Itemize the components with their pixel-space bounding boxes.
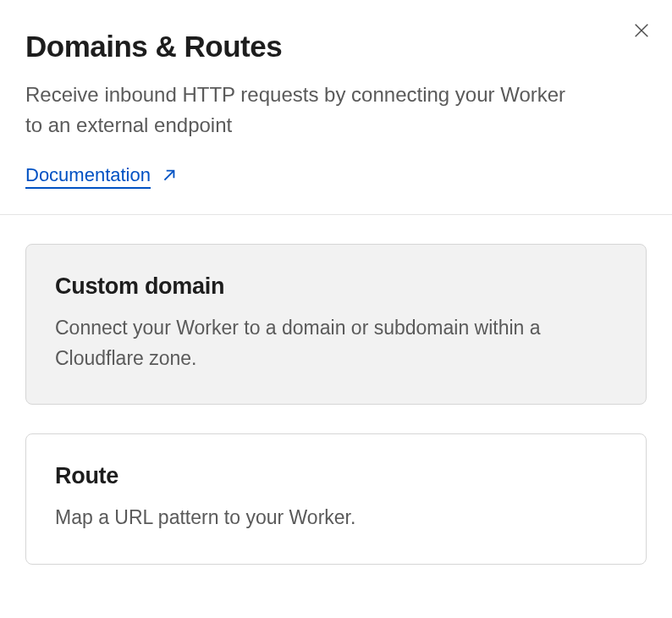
option-route[interactable]: Route Map a URL pattern to your Worker. <box>25 433 647 565</box>
documentation-link[interactable]: Documentation <box>25 164 178 189</box>
close-button[interactable] <box>630 19 653 42</box>
domains-routes-panel: Domains & Routes Receive inbound HTTP re… <box>0 0 672 590</box>
options-list: Custom domain Connect your Worker to a d… <box>0 215 672 590</box>
close-icon <box>632 21 651 40</box>
panel-header: Domains & Routes Receive inbound HTTP re… <box>0 0 672 215</box>
external-link-icon <box>159 167 178 185</box>
option-description: Map a URL pattern to your Worker. <box>55 503 580 533</box>
panel-title: Domains & Routes <box>25 29 647 64</box>
documentation-link-label: Documentation <box>25 164 151 189</box>
option-description: Connect your Worker to a domain or subdo… <box>55 313 580 373</box>
option-title: Custom domain <box>55 273 617 300</box>
option-custom-domain[interactable]: Custom domain Connect your Worker to a d… <box>25 244 647 405</box>
panel-subtitle: Receive inbound HTTP requests by connect… <box>25 80 584 141</box>
option-title: Route <box>55 463 617 489</box>
